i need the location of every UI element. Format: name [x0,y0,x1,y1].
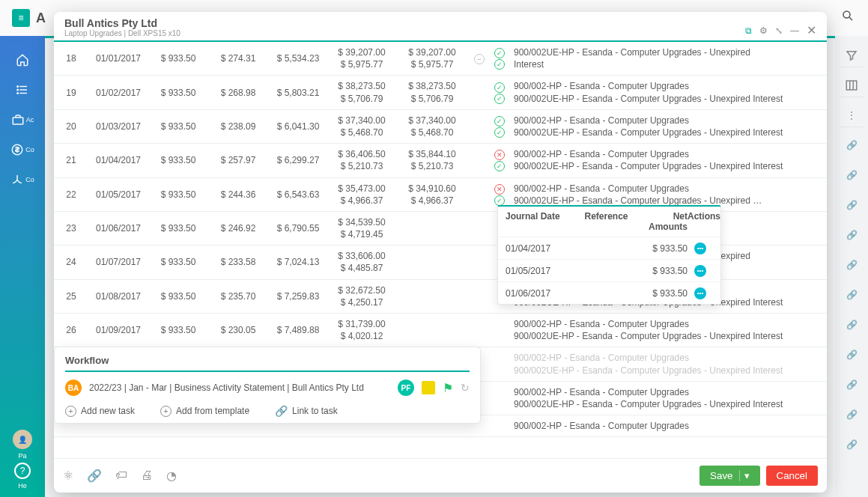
row-small-status [469,211,490,245]
briefcase-icon[interactable]: Ac [7,108,37,132]
row-amount-a: $ 933.50 [148,177,208,211]
table-row[interactable]: 1801/01/2017$ 933.50$ 274.31$ 5,534.23$ … [54,42,827,76]
pf-badge[interactable]: PF [398,379,414,396]
row-date: 01/05/2017 [88,177,148,211]
save-button[interactable]: Save▾ [699,466,759,486]
link-icon[interactable]: 🔗 [840,133,864,157]
home-icon[interactable] [7,48,37,72]
row-date: 01/01/2017 [88,42,148,76]
tag-icon[interactable]: 🏷 [115,469,127,483]
link-icon[interactable]: 🔗 [840,433,864,457]
row-index: 24 [54,246,88,279]
link-icon[interactable]: 🔗 [87,469,102,483]
row-balance-e: $ 35,844.10$ 5,210.73 [395,144,469,177]
right-rail: ⋮ 🔗 🔗 🔗 🔗 🔗 🔗 🔗 🔗 🔗 🔗 🔗 [835,36,868,497]
columns-icon[interactable] [840,73,864,97]
chart-icon[interactable]: ◔ [166,469,177,483]
row-date: 01/02/2017 [88,76,148,109]
row-small-status [469,177,490,211]
row-amount-b: $ 257.97 [208,144,268,177]
table-row[interactable]: 2101/04/2017$ 933.50$ 257.97$ 6,299.27$ … [54,144,827,177]
table-row[interactable]: 2601/09/2017$ 933.50$ 230.05$ 7,489.88$ … [54,314,827,347]
link-icon[interactable]: 🔗 [840,253,864,277]
modal-header: Bull Antics Pty Ltd Laptop Upgrades | De… [54,12,827,42]
popover-amount: $ 933.50 [640,288,688,299]
row-balance-d: $ 36,406.50$ 5,210.73 [328,144,395,177]
refresh-icon[interactable]: ↻ [461,382,470,394]
link-icon[interactable]: 🔗 [840,343,864,367]
row-amount-b: $ 230.05 [208,314,268,347]
row-index: 26 [54,314,88,347]
link-icon[interactable]: 🔗 [840,223,864,247]
plant-icon[interactable]: Co [7,168,37,192]
row-status: ✓✓ [490,42,509,76]
avatar[interactable]: 👤 [13,430,32,449]
link-icon[interactable]: 🔗 [840,163,864,187]
row-amount-a: $ 933.50 [148,76,208,109]
status-square[interactable] [422,381,435,394]
list-icon[interactable] [7,78,37,102]
row-small-status [469,246,490,279]
row-small-status [469,279,490,313]
link-icon[interactable]: 🔗 [840,283,864,307]
save-dropdown-icon[interactable]: ▾ [739,470,750,481]
link-to-task[interactable]: 🔗Link to task [275,405,338,417]
brand-letter: A [36,10,46,26]
row-index: 21 [54,144,88,177]
flag-icon[interactable]: ⚑ [443,381,453,395]
row-amount-b: $ 274.31 [208,42,268,76]
workflow-line[interactable]: 2022/23 | Jan - Mar | Business Activity … [89,382,390,393]
row-balance-d: $ 39,207.00$ 5,975.77 [328,42,395,76]
popover-row[interactable]: 01/04/2017$ 933.50••• [498,237,720,259]
avatar-label: Pa [18,452,26,460]
copy-icon[interactable]: ⧉ [745,25,752,36]
filter-icon[interactable] [840,43,864,67]
popover-action-badge[interactable]: ••• [694,265,706,277]
more-icon[interactable]: ⋮ [840,103,864,127]
row-balance-e [395,279,469,313]
row-amount-b: $ 244.36 [208,177,268,211]
row-amount-c: $ 7,489.88 [268,314,328,347]
row-small-status [469,76,490,109]
link-icon[interactable]: 🔗 [840,313,864,337]
close-icon[interactable]: ✕ [807,23,816,37]
row-balance-d: $ 32,672.50$ 4,250.17 [328,279,395,313]
minimize-icon[interactable]: — [790,25,799,36]
collapse-icon[interactable]: ⤡ [775,25,783,36]
add-from-template[interactable]: +Add from template [160,405,249,417]
share-icon[interactable]: ⚛ [63,469,73,483]
popover-amount: $ 933.50 [640,243,688,254]
row-amount-c: $ 6,299.27 [268,144,328,177]
row-amount-b: $ 268.98 [208,76,268,109]
link-icon[interactable]: 🔗 [840,193,864,217]
link-icon[interactable]: 🔗 [840,403,864,427]
svg-point-6 [17,89,19,91]
row-small-status [469,144,490,177]
add-new-task[interactable]: +Add new task [65,405,135,417]
row-balance-d: $ 38,273.50$ 5,706.79 [328,76,395,109]
cancel-button[interactable]: Cancel [766,466,819,486]
row-balance-d: $ 31,739.00$ 4,020.12 [328,314,395,347]
table-row[interactable]: 1901/02/2017$ 933.50$ 268.98$ 5,803.21$ … [54,76,827,109]
help-icon[interactable]: ? [14,463,31,479]
table-row[interactable]: 2001/03/2017$ 933.50$ 238.09$ 6,041.30$ … [54,109,827,143]
workflow-panel: Workflow BA 2022/23 | Jan - Mar | Busine… [54,347,481,424]
search-icon[interactable] [841,9,855,25]
row-balance-d: $ 34,539.50$ 4,719.45 [328,211,395,245]
link-icon[interactable]: 🔗 [840,373,864,397]
popover-col-actions: Actions [688,211,713,232]
popover-row[interactable]: 01/06/2017$ 933.50••• [498,281,720,304]
print-icon[interactable]: 🖨 [141,469,153,483]
row-description: 900/002-HP - Esanda - Computer Upgrades9… [509,381,827,415]
row-balance-e: $ 34,910.60$ 4,966.37 [395,177,469,211]
row-date: 01/04/2017 [88,144,148,177]
popover-action-badge[interactable]: ••• [694,287,706,299]
gear-icon[interactable]: ⚙ [759,25,768,36]
popover-row[interactable]: 01/05/2017$ 933.50••• [498,259,720,281]
row-balance-e: $ 37,340.00$ 5,468.70 [395,109,469,143]
popover-date: 01/05/2017 [506,266,573,276]
row-date: 01/03/2017 [88,109,148,143]
dollar-icon[interactable]: Co [7,138,37,162]
row-amount-a: $ 933.50 [148,314,208,347]
popover-action-badge[interactable]: ••• [694,243,706,254]
